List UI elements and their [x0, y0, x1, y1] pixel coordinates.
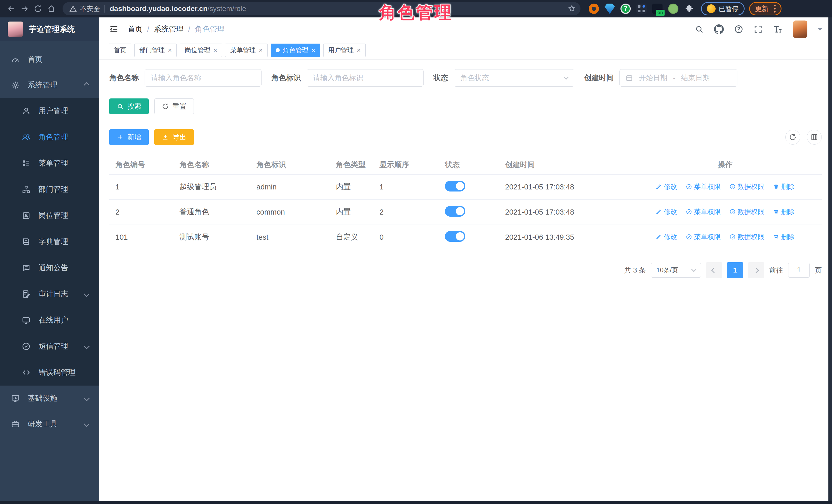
end-date-placeholder[interactable]: 结束日期 [681, 73, 710, 83]
browser-reload-icon[interactable] [31, 2, 45, 16]
edit-link[interactable]: 修改 [656, 207, 677, 216]
extension-seven-badge-icon[interactable]: 7 [621, 4, 631, 14]
avatar-caret-icon[interactable] [817, 28, 822, 31]
prev-page-button[interactable] [706, 262, 722, 278]
user-avatar[interactable] [793, 21, 807, 38]
sidebar-item-dev-tools[interactable]: 研发工具 [0, 411, 99, 437]
cell-created: 2021-01-06 13:49:35 [499, 224, 628, 250]
font-size-icon[interactable] [773, 24, 783, 34]
search-icon[interactable] [695, 25, 704, 34]
status-toggle[interactable] [445, 231, 465, 242]
data-permission-link[interactable]: 数据权限 [729, 233, 764, 241]
window-scrollbar[interactable] [828, 18, 832, 504]
tab-users[interactable]: 用户管理 × [323, 44, 366, 57]
data-permission-link[interactable]: 数据权限 [729, 207, 764, 216]
browser-forward-icon[interactable] [18, 2, 31, 16]
sidebar-item-sms[interactable]: 短信管理 [0, 333, 99, 360]
fullscreen-icon[interactable] [754, 25, 763, 34]
search-button[interactable]: 搜索 [109, 99, 149, 114]
browser-home-icon[interactable] [45, 2, 58, 16]
table-toolbar: 新增 导出 [109, 129, 822, 145]
sidebar-item-audit-log[interactable]: 审计日志 [0, 281, 99, 307]
menu-permission-link[interactable]: 菜单权限 [686, 182, 721, 191]
help-icon[interactable] [734, 25, 743, 34]
sidebar-item-label: 在线用户 [38, 315, 92, 325]
github-icon[interactable] [714, 24, 724, 34]
sidebar-item-dictionary[interactable]: 字典管理 [0, 229, 99, 255]
delete-link[interactable]: 删除 [773, 182, 795, 191]
chevron-up-icon [84, 82, 90, 88]
cell-sort: 0 [373, 224, 439, 250]
delete-link[interactable]: 删除 [773, 207, 795, 216]
sidebar-item-label: 角色管理 [38, 132, 92, 142]
calendar-icon [625, 74, 633, 82]
extension-gem-icon[interactable] [604, 4, 615, 14]
sidebar-item-home[interactable]: 首页 [0, 47, 99, 72]
sidebar-item-users[interactable]: 用户管理 [0, 98, 99, 124]
sidebar-item-system[interactable]: 系统管理 [0, 72, 99, 98]
close-icon[interactable]: × [213, 47, 217, 54]
sidebar-item-infrastructure[interactable]: 基础设施 [0, 386, 99, 411]
extension-grid-icon[interactable] [636, 4, 647, 14]
status-select[interactable]: 角色状态 [454, 69, 574, 87]
sidebar-item-posts[interactable]: 岗位管理 [0, 203, 99, 229]
start-date-placeholder[interactable]: 开始日期 [639, 73, 668, 83]
goto-page-input[interactable] [788, 263, 810, 277]
tab-home[interactable]: 首页 [109, 44, 131, 57]
sidebar-fold-icon[interactable] [109, 24, 119, 34]
browser-back-icon[interactable] [5, 2, 18, 16]
url-host[interactable]: dashboard.yudao.iocoder.cn [110, 5, 207, 13]
tab-departments[interactable]: 部门管理 × [134, 44, 177, 57]
role-key-input[interactable] [307, 69, 423, 87]
data-permission-link[interactable]: 数据权限 [729, 182, 764, 191]
export-button[interactable]: 导出 [154, 129, 194, 145]
delete-link[interactable]: 删除 [773, 233, 795, 241]
extension-switch-icon[interactable]: on [652, 4, 662, 14]
edit-link[interactable]: 修改 [656, 233, 677, 241]
tab-menus[interactable]: 菜单管理 × [225, 44, 267, 57]
url-path[interactable]: /system/role [207, 5, 246, 13]
sidebar-item-menus[interactable]: 菜单管理 [0, 150, 99, 176]
sidebar-item-announcements[interactable]: 通知公告 [0, 255, 99, 281]
add-button[interactable]: 新增 [109, 129, 149, 145]
menu-permission-link[interactable]: 菜单权限 [686, 233, 721, 241]
security-warning-icon[interactable] [69, 5, 77, 12]
date-range-picker[interactable]: 开始日期 - 结束日期 [620, 69, 737, 87]
tab-posts[interactable]: 岗位管理 × [180, 44, 222, 57]
edit-link[interactable]: 修改 [656, 182, 677, 191]
refresh-icon[interactable] [785, 130, 800, 144]
menu-permission-link[interactable]: 菜单权限 [686, 207, 721, 216]
roles-table: 角色编号 角色名称 角色标识 角色类型 显示顺序 状态 创建时间 操作 1 [109, 155, 822, 250]
reset-button[interactable]: 重置 [154, 99, 194, 114]
security-label[interactable]: 不安全 [80, 4, 100, 13]
bookmark-star-icon[interactable] [568, 4, 576, 12]
breadcrumb-system[interactable]: 系统管理 [154, 24, 184, 34]
close-icon[interactable]: × [357, 47, 361, 54]
extension-monkey-icon[interactable] [668, 4, 678, 14]
address-bar[interactable]: 不安全 dashboard.yudao.iocoder.cn /system/r… [62, 2, 580, 16]
close-icon[interactable]: × [312, 47, 315, 54]
extension-adblock-icon[interactable] [589, 4, 599, 14]
col-role-id: 角色编号 [109, 155, 173, 174]
announcement-icon [22, 264, 31, 272]
sidebar-item-departments[interactable]: 部门管理 [0, 176, 99, 203]
close-icon[interactable]: × [259, 47, 263, 54]
page-size-select[interactable]: 10条/页 [651, 263, 701, 277]
sidebar-item-error-codes[interactable]: 错误码管理 [0, 360, 99, 386]
tab-roles[interactable]: 角色管理 × [271, 44, 320, 57]
paused-chip[interactable]: 已暂停 [701, 2, 745, 16]
role-name-input[interactable] [145, 69, 262, 87]
columns-settings-icon[interactable] [807, 130, 822, 144]
app-logo[interactable]: 芋道管理系统 [0, 18, 99, 41]
browser-menu-kebab-icon[interactable] [774, 5, 776, 12]
status-toggle[interactable] [445, 206, 465, 217]
sidebar-item-roles[interactable]: 角色管理 [0, 124, 99, 150]
status-toggle[interactable] [445, 181, 465, 191]
close-icon[interactable]: × [168, 47, 172, 54]
page-1-button[interactable]: 1 [727, 262, 743, 278]
extensions-puzzle-icon[interactable] [684, 4, 694, 14]
update-button[interactable]: 更新 [749, 2, 781, 16]
next-page-button[interactable] [748, 262, 764, 278]
breadcrumb-home[interactable]: 首页 [128, 24, 142, 34]
sidebar-item-online-users[interactable]: 在线用户 [0, 307, 99, 333]
